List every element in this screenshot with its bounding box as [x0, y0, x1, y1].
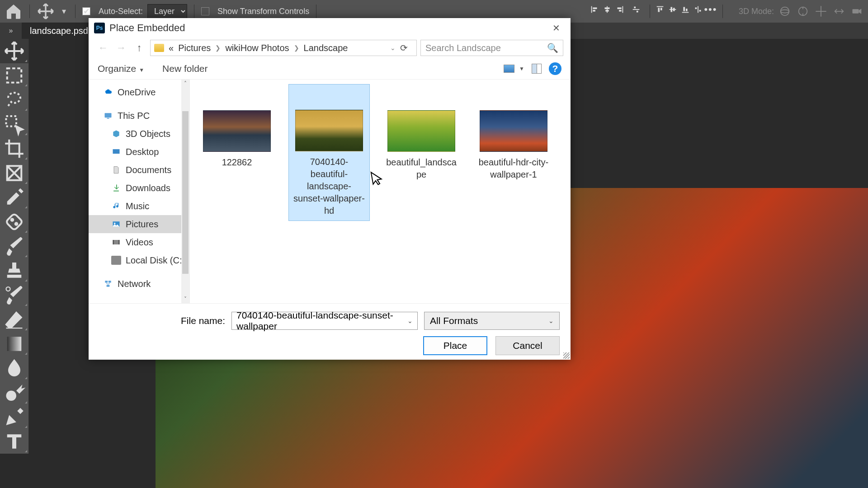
align-vcenter-icon[interactable]	[668, 5, 678, 14]
drive-icon	[111, 256, 121, 265]
expand-panels-icon[interactable]: »	[0, 23, 22, 39]
scroll-up-icon[interactable]: ˄	[181, 80, 189, 88]
help-button[interactable]: ?	[549, 62, 561, 75]
forward-button[interactable]: →	[114, 41, 128, 55]
3d-rotate-icon[interactable]	[797, 5, 809, 18]
3d-slide-icon[interactable]	[833, 5, 845, 18]
type-tool[interactable]	[0, 429, 29, 454]
file-item[interactable]: 122862	[196, 84, 278, 172]
file-name: 122862	[200, 156, 274, 169]
svg-rect-16	[670, 7, 672, 12]
stamp-tool[interactable]	[0, 258, 29, 283]
preview-pane-button[interactable]	[532, 64, 542, 74]
resize-grip[interactable]	[563, 352, 570, 359]
breadcrumb-item[interactable]: Landscape	[304, 43, 348, 53]
file-item[interactable]: beautiful-hdr-city-wallpaper-1	[473, 84, 554, 184]
chevron-down-icon[interactable]: ⌄	[407, 317, 413, 324]
dodge-tool[interactable]	[0, 380, 29, 405]
marquee-tool[interactable]	[0, 63, 29, 88]
align-left-icon[interactable]	[590, 5, 599, 14]
file-item[interactable]: beautiful_landscape	[381, 84, 462, 184]
tree-pictures[interactable]: Pictures	[89, 215, 189, 233]
crop-tool[interactable]	[0, 136, 29, 161]
cancel-button[interactable]: Cancel	[495, 336, 560, 355]
chevron-down-icon: ⌄	[548, 317, 554, 324]
file-format-dropdown[interactable]: All Formats ⌄	[424, 312, 560, 330]
tree-scrollbar[interactable]: ˄ ˅	[181, 80, 189, 303]
scroll-down-icon[interactable]: ˅	[181, 295, 189, 303]
3d-pan-icon[interactable]	[815, 5, 827, 18]
tree-onedrive[interactable]: OneDrive	[89, 83, 189, 101]
svg-rect-10	[634, 7, 636, 9]
frame-tool[interactable]	[0, 161, 29, 185]
svg-rect-18	[682, 12, 689, 13]
file-grid: 122862 7040140-beautiful-landscape-sunse…	[190, 80, 571, 303]
home-icon[interactable]	[5, 2, 23, 20]
up-button[interactable]: ↑	[132, 41, 146, 55]
align-bottom-icon[interactable]	[680, 5, 690, 14]
file-name-input[interactable]: 7040140-beautiful-landscape-sunset-wallp…	[231, 312, 418, 330]
auto-select-checkbox[interactable]: ✔	[82, 7, 90, 15]
tree-this-pc[interactable]: This PC	[89, 107, 189, 125]
distribute-icon[interactable]	[631, 5, 641, 14]
scrollbar-thumb[interactable]	[182, 111, 189, 274]
auto-select-dropdown[interactable]: Layer	[147, 4, 187, 19]
pen-tool[interactable]	[0, 405, 29, 429]
quick-select-tool[interactable]	[0, 112, 29, 136]
svg-rect-38	[107, 118, 109, 119]
search-input[interactable]: Search Landscape 🔍	[420, 40, 563, 56]
document-tab[interactable]: landscape.psd	[22, 23, 96, 39]
breadcrumb-bar[interactable]: « Pictures ❯ wikiHow Photos ❯ Landscape …	[150, 40, 417, 56]
dropdown-caret-icon[interactable]: ▾	[59, 2, 68, 20]
file-item[interactable]: 7040140-beautiful-landscape-sunset-wallp…	[288, 84, 370, 221]
tree-3d-objects[interactable]: 3D Objects	[89, 125, 189, 143]
breadcrumb-overflow[interactable]: «	[169, 43, 174, 53]
lasso-tool[interactable]	[0, 88, 29, 112]
new-folder-button[interactable]: New folder	[162, 63, 208, 74]
music-icon	[111, 202, 121, 211]
svg-rect-22	[695, 7, 697, 9]
tree-network[interactable]: Network	[89, 275, 189, 293]
align-top-icon[interactable]	[655, 5, 665, 14]
refresh-button[interactable]: ⟳	[400, 42, 413, 53]
close-button[interactable]: ✕	[547, 19, 565, 37]
tree-videos[interactable]: Videos	[89, 233, 189, 251]
show-transform-checkbox[interactable]	[201, 7, 209, 15]
blur-tool[interactable]	[0, 356, 29, 380]
distribute-v-icon[interactable]	[693, 5, 703, 14]
brush-tool[interactable]	[0, 234, 29, 258]
history-brush-tool[interactable]	[0, 283, 29, 307]
dialog-title: Place Embedded	[109, 22, 185, 34]
3d-orbit-icon[interactable]	[778, 5, 791, 18]
place-embedded-dialog: Ps Place Embedded ✕ ← → ↑ « Pictures ❯ w…	[89, 18, 571, 360]
eraser-tool[interactable]	[0, 307, 29, 332]
svg-rect-29	[6, 116, 17, 127]
gradient-tool[interactable]	[0, 332, 29, 356]
eyedropper-tool[interactable]	[0, 185, 29, 210]
svg-point-34	[6, 287, 10, 291]
svg-rect-39	[113, 149, 120, 154]
tree-desktop[interactable]: Desktop	[89, 143, 189, 161]
move-tool-icon[interactable]	[37, 2, 55, 20]
back-button[interactable]: ←	[96, 41, 110, 55]
tree-music[interactable]: Music	[89, 197, 189, 215]
videos-icon	[111, 238, 121, 247]
place-button[interactable]: Place	[423, 336, 487, 355]
view-mode-button[interactable]: ▼	[504, 65, 524, 73]
align-hcenter-icon[interactable]	[602, 5, 612, 14]
tree-downloads[interactable]: Downloads	[89, 179, 189, 197]
3d-mode-label: 3D Mode:	[739, 7, 774, 16]
file-name: beautiful_landscape	[384, 156, 458, 181]
move-tool[interactable]	[0, 39, 29, 63]
tree-documents[interactable]: Documents	[89, 161, 189, 179]
tree-local-disk[interactable]: Local Disk (C:)	[89, 251, 189, 269]
chevron-down-icon[interactable]: ⌄	[390, 44, 396, 52]
more-options-icon[interactable]: •••	[706, 5, 716, 14]
file-name: 7040140-beautiful-landscape-sunset-wallp…	[292, 156, 366, 217]
align-right-icon[interactable]	[615, 5, 625, 14]
organize-button[interactable]: Organize▼	[98, 63, 144, 74]
3d-camera-icon[interactable]	[851, 5, 863, 18]
breadcrumb-item[interactable]: wikiHow Photos	[225, 43, 289, 53]
breadcrumb-item[interactable]: Pictures	[178, 43, 211, 53]
healing-tool[interactable]	[0, 210, 29, 234]
